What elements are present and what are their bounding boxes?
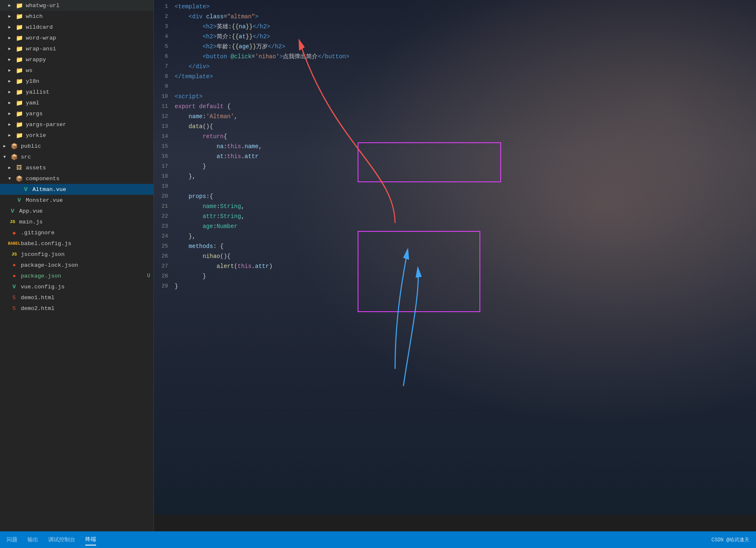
sidebar-item-yargs-parser[interactable]: ▶ 📁 yargs-parser [0, 119, 153, 130]
line-number: 5 [154, 42, 175, 52]
arrow-icon: ▶ [8, 14, 15, 19]
line-content: at:this.attr [175, 151, 756, 161]
arrow-icon: ▶ [8, 133, 15, 138]
sidebar-item-app-vue[interactable]: V App.vue [0, 206, 153, 216]
modified-badge: U [147, 273, 150, 279]
html-file-icon2: 5 [10, 304, 18, 312]
arrow-icon: ▶ [8, 3, 15, 8]
sidebar-item-main-js[interactable]: JS main.js [0, 216, 153, 227]
sidebar-item-yargs[interactable]: ▶ 📁 yargs [0, 108, 153, 119]
code-line: 17 } [154, 161, 756, 171]
folder-icon: 📁 [15, 77, 23, 85]
sidebar-item-babel-config[interactable]: ▶ BABEL babel.config.js [0, 238, 153, 249]
folder-components-icon: 📦 [15, 174, 23, 183]
sidebar-item-src[interactable]: ▼ 📦 src [0, 151, 153, 162]
sidebar-item-yallist[interactable]: ▶ 📁 yallist [0, 87, 153, 97]
code-line: 16 at:this.attr [154, 151, 756, 161]
code-line: 8 </template> [154, 72, 756, 82]
code-line: 2 <div class="altman"> [154, 12, 756, 22]
sidebar-item-label: word-wrap [26, 35, 56, 41]
sidebar-item-wildcard[interactable]: ▶ 📁 wildcard [0, 22, 153, 32]
line-number: 20 [154, 191, 175, 201]
code-line: 5 <h2>年龄:{{age}}万岁</h2> [154, 42, 756, 52]
sidebar-item-assets[interactable]: ▶ 🖼 assets [0, 162, 153, 173]
sidebar-item-yaml[interactable]: ▶ 📁 yaml [0, 97, 153, 108]
line-number: 27 [154, 261, 175, 271]
code-line: 12 name:'Altman', [154, 112, 756, 122]
arrow-icon: ▶ [8, 46, 15, 51]
sidebar-item-y18n[interactable]: ▶ 📁 y18n [0, 76, 153, 87]
line-number: 4 [154, 32, 175, 42]
line-content: } [175, 271, 756, 281]
sidebar-item-label: assets [26, 165, 46, 171]
code-line: 10 <script> [154, 92, 756, 102]
sidebar-item-demo1[interactable]: ▶ 5 demo1.html [0, 292, 153, 303]
sidebar-item-package-json[interactable]: ▶ ■ package.json U [0, 270, 153, 281]
arrow-icon: ▶ [8, 25, 15, 30]
code-line: 18 }, [154, 171, 756, 181]
sidebar: ▶ 📁 whatwg-url ▶ 📁 which ▶ 📁 wildcard ▶ … [0, 0, 154, 531]
folder-icon: 📁 [15, 66, 23, 74]
sidebar-item-wrappy[interactable]: ▶ 📁 wrappy [0, 54, 153, 65]
line-number: 11 [154, 102, 175, 112]
editor-area: 1 <template> 2 <div class="altman"> 3 <h… [154, 0, 756, 531]
sidebar-item-label: package.json [21, 273, 61, 279]
pkg-lock-file-icon: ■ [10, 261, 18, 269]
vue-file-icon: V [22, 185, 30, 193]
tab-problems[interactable]: 问题 [7, 534, 17, 545]
line-content: <h2>年龄:{{age}}万岁</h2> [175, 42, 756, 52]
sidebar-item-label: components [26, 176, 59, 182]
sidebar-item-label: wrappy [26, 57, 46, 63]
tab-terminal[interactable]: 终端 [85, 534, 96, 546]
code-line: 25 methods: { [154, 241, 756, 251]
line-number: 9 [154, 82, 175, 92]
sidebar-item-vue-config[interactable]: ▶ V vue.config.js [0, 281, 153, 292]
tab-output[interactable]: 输出 [27, 534, 38, 545]
arrow-icon: ▼ [3, 155, 10, 159]
sidebar-item-label: .gitignore [21, 230, 54, 236]
code-line: 21 name:String, [154, 201, 756, 211]
babel-file-icon: BABEL [10, 239, 18, 248]
sidebar-item-jsconfig[interactable]: ▶ JS jsconfig.json [0, 249, 153, 260]
sidebar-item-demo2[interactable]: ▶ 5 demo2.html [0, 303, 153, 314]
line-content: <h2>英雄:{{na}}</h2> [175, 22, 756, 32]
code-line: 7 </div> [154, 62, 756, 72]
line-content: name:String, [175, 201, 756, 211]
sidebar-item-label: vue.config.js [21, 284, 64, 290]
line-number: 14 [154, 131, 175, 141]
arrow-icon: ▶ [8, 100, 15, 105]
sidebar-item-monster-vue[interactable]: V Monster.vue [0, 195, 153, 206]
sidebar-item-public[interactable]: ▶ 📦 public [0, 141, 153, 151]
sidebar-item-ws[interactable]: ▶ 📁 ws [0, 65, 153, 76]
sidebar-item-label: yaml [26, 100, 39, 106]
sidebar-item-label: App.vue [19, 208, 43, 214]
sidebar-item-label: src [21, 154, 31, 160]
code-line: 27 alert(this.attr) [154, 261, 756, 271]
folder-icon: 📁 [15, 120, 23, 129]
line-content: export default { [175, 102, 756, 112]
sidebar-item-yorkie[interactable]: ▶ 📁 yorkie [0, 130, 153, 141]
sidebar-item-altman-vue[interactable]: V Altman.vue [0, 184, 153, 195]
sidebar-item-gitignore[interactable]: ▶ ◆ .gitignore [0, 227, 153, 238]
line-content: alert(this.attr) [175, 261, 756, 271]
line-number: 19 [154, 181, 175, 191]
vue-file-icon: V [8, 207, 17, 215]
sidebar-item-label: demo1.html [21, 295, 54, 301]
code-line: 19 [154, 181, 756, 191]
sidebar-item-label: package-lock.json [21, 262, 78, 268]
sidebar-item-package-lock[interactable]: ▶ ■ package-lock.json [0, 260, 153, 270]
line-number: 26 [154, 251, 175, 261]
sidebar-item-label: ws [26, 67, 32, 74]
line-number: 21 [154, 201, 175, 211]
sidebar-item-label: yargs [26, 111, 43, 117]
sidebar-item-word-wrap[interactable]: ▶ 📁 word-wrap [0, 32, 153, 43]
sidebar-item-whatwg-url[interactable]: ▶ 📁 whatwg-url [0, 0, 153, 11]
line-number: 17 [154, 161, 175, 171]
code-editor[interactable]: 1 <template> 2 <div class="altman"> 3 <h… [154, 0, 756, 531]
tab-debug-console[interactable]: 调试控制台 [48, 534, 75, 545]
arrow-icon: ▶ [8, 79, 15, 84]
sidebar-item-wrap-ansi[interactable]: ▶ 📁 wrap-ansi [0, 43, 153, 54]
sidebar-item-which[interactable]: ▶ 📁 which [0, 11, 153, 22]
line-number: 15 [154, 141, 175, 151]
sidebar-item-components[interactable]: ▼ 📦 components [0, 173, 153, 184]
